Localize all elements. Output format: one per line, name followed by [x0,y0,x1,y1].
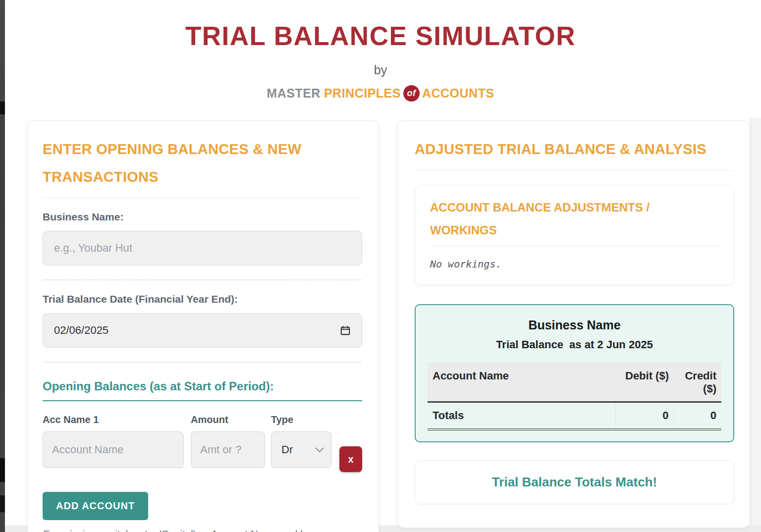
main-columns: ENTER OPENING BALANCES & NEW TRANSACTION… [27,120,761,532]
account-name-input[interactable] [43,431,184,468]
column-account-name: Account Name [428,362,615,402]
amount-label: Amount [191,414,265,426]
capital-note-line1: For missing capital, enter 'Capital' as … [43,526,360,532]
workings-card: ACCOUNT BALANCE ADJUSTMENTS / WORKINGS N… [415,185,734,285]
dashed-divider [43,279,361,280]
add-account-button[interactable]: ADD ACCOUNT [43,492,148,520]
remove-account-button[interactable]: x [339,446,362,472]
amount-column: Amount [191,414,265,468]
opening-balances-heading: Opening Balances (as at Start of Period)… [43,379,362,401]
chevron-down-icon [315,447,324,453]
type-label: Type [271,414,331,426]
edge-mark [0,495,5,512]
account-name-column: Acc Name 1 [43,414,184,468]
column-debit: Debit ($) [615,362,674,402]
divider [430,246,719,246]
input-panel: ENTER OPENING BALANCES & NEW TRANSACTION… [27,120,379,532]
amount-input[interactable] [191,431,265,468]
dashed-divider [43,362,361,363]
column-credit: Credit ($) [674,362,721,402]
output-panel: ADJUSTED TRIAL BALANCE & ANALYSIS ACCOUN… [397,120,750,528]
trial-balance-header-row: Account Name Debit ($) Credit ($) [428,362,721,402]
capital-note: For missing capital, enter 'Capital' as … [43,526,360,532]
totals-debit: 0 [615,402,674,429]
business-name-input[interactable] [43,231,362,266]
trial-balance-subtitle: Trial Balance as at 2 Jun 2025 [428,338,721,351]
date-input[interactable]: 02/06/2025 [43,313,362,348]
left-edge-strip [0,0,5,532]
byline: by [0,63,761,77]
brand-logo: MASTER PRINCIPLES of ACCOUNTS [0,85,761,102]
trial-balance-table: Account Name Debit ($) Credit ($) Totals… [428,362,721,430]
page-title: TRIAL BALANCE SIMULATOR [0,21,761,51]
calendar-icon[interactable] [340,325,351,336]
divider [415,170,733,171]
totals-row: Totals 0 0 [428,402,721,429]
trial-balance-business-name: Business Name [428,318,721,332]
date-label: Trial Balance Date (Financial Year End): [43,293,361,305]
account-name-label: Acc Name 1 [43,414,184,426]
workings-empty-text: No workings. [430,258,719,270]
status-card: Trial Balance Totals Match! [415,460,734,504]
edge-mark [0,458,5,482]
date-value: 02/06/2025 [54,324,109,337]
input-panel-heading: ENTER OPENING BALANCES & NEW TRANSACTION… [43,136,361,191]
trial-balance-card: Business Name Trial Balance as at 2 Jun … [415,304,734,442]
divider [43,198,361,198]
totals-label: Totals [428,402,615,429]
brand-principles: PRINCIPLES [324,86,401,101]
type-select-value: Dr [281,443,293,456]
page: TRIAL BALANCE SIMULATOR by MASTER PRINCI… [0,0,761,532]
business-name-label: Business Name: [43,211,361,223]
edge-mark [0,102,5,114]
brand-master: MASTER [267,86,321,101]
account-row: Acc Name 1 Amount Type Dr x [43,414,370,468]
type-column: Type Dr [271,414,331,468]
totals-credit: 0 [674,402,721,429]
output-panel-heading: ADJUSTED TRIAL BALANCE & ANALYSIS [415,136,733,163]
type-select[interactable]: Dr [271,431,331,468]
status-message: Trial Balance Totals Match! [420,475,729,490]
brand-accounts: ACCOUNTS [422,86,494,101]
brand-of-badge: of [403,85,420,102]
workings-heading: ACCOUNT BALANCE ADJUSTMENTS / WORKINGS [430,196,719,242]
masthead: TRIAL BALANCE SIMULATOR by MASTER PRINCI… [0,0,761,102]
